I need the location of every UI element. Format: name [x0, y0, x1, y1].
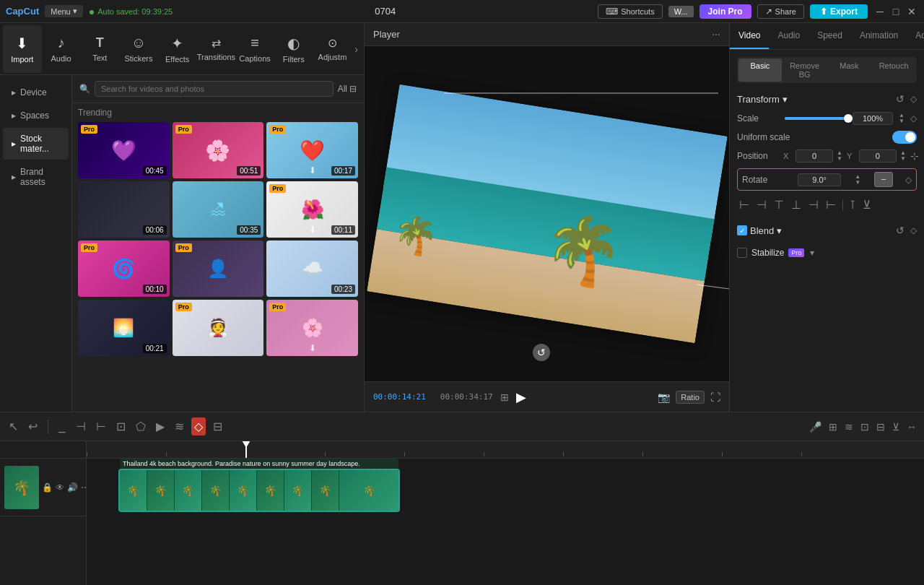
- blend-keyframe[interactable]: ◇: [910, 223, 917, 238]
- close-button[interactable]: ✕: [905, 5, 918, 18]
- tab-audio[interactable]: Audio: [769, 23, 808, 49]
- align-top[interactable]: ⊥: [789, 196, 803, 213]
- media-thumb-11[interactable]: 🌸 Pro ⬇: [266, 300, 358, 356]
- export-button[interactable]: ⬆ Export: [810, 4, 868, 19]
- fullscreen-button[interactable]: ⛶: [710, 391, 720, 403]
- search-input[interactable]: [95, 81, 334, 97]
- tl-split-h[interactable]: ⎯: [56, 418, 69, 436]
- media-thumb-1[interactable]: 🌸 Pro 00:51: [173, 122, 264, 178]
- rotate-down[interactable]: ▼: [853, 180, 862, 186]
- player-options[interactable]: ⋯: [712, 30, 720, 40]
- track-visible[interactable]: 👁: [56, 482, 64, 493]
- align-right[interactable]: ⊤: [772, 196, 786, 213]
- media-scroll[interactable]: Trending 💜 Pro 00:45 🌸 Pro 00: [72, 103, 364, 412]
- tl-shape[interactable]: ⬠: [133, 417, 149, 436]
- subtab-mask[interactable]: Mask: [828, 58, 871, 82]
- tool-stickers[interactable]: ☺ Stickers: [119, 25, 158, 73]
- uniform-scale-toggle[interactable]: [892, 131, 917, 144]
- transform-keyframe[interactable]: ◇: [910, 92, 917, 106]
- media-thumb-8[interactable]: ☁️ 00:23: [266, 240, 358, 297]
- tab-animation[interactable]: Animation: [851, 23, 907, 49]
- toolbar-more[interactable]: ›: [352, 40, 361, 58]
- tl-crop2[interactable]: ⊟: [210, 417, 225, 436]
- all-filter-button[interactable]: All ⊟: [338, 84, 357, 94]
- menu-button[interactable]: Menu ▾: [45, 5, 83, 17]
- tl-merge[interactable]: ⊡: [859, 420, 871, 434]
- rotate-minus-button[interactable]: −: [874, 172, 893, 187]
- pos-x-input[interactable]: [796, 150, 833, 162]
- tl-split2[interactable]: ≋: [843, 420, 855, 434]
- position-arrows[interactable]: ⊹: [910, 150, 919, 162]
- pos-y-input[interactable]: [859, 150, 897, 162]
- joinpro-button[interactable]: Join Pro: [699, 4, 751, 19]
- media-thumb-4[interactable]: 🏖 00:35: [173, 181, 264, 238]
- scale-slider[interactable]: [785, 117, 848, 120]
- track-audio[interactable]: 🔊: [67, 482, 78, 493]
- rotate-keyframe[interactable]: ◇: [905, 175, 912, 185]
- stabilize-checkbox[interactable]: [737, 248, 747, 258]
- media-thumb-10[interactable]: 👰 Pro: [173, 300, 264, 356]
- tl-cursor[interactable]: ↖: [6, 417, 21, 436]
- nav-spaces[interactable]: ▸ Spaces: [3, 105, 69, 126]
- tool-effects[interactable]: ✦ Effects: [158, 25, 197, 73]
- transform-arrow[interactable]: ▾: [783, 94, 788, 105]
- tl-split-left[interactable]: ⊣: [73, 417, 89, 436]
- media-thumb-0[interactable]: 💜 Pro 00:45: [78, 122, 170, 178]
- tool-transitions[interactable]: ⇄ Transitions: [197, 25, 236, 73]
- distribute-h[interactable]: ⊺: [847, 196, 858, 213]
- media-thumb-6[interactable]: 🌀 Pro 00:10: [78, 240, 170, 297]
- subtab-removebg[interactable]: Remove BG: [783, 58, 827, 82]
- share-button[interactable]: ↗ Share: [757, 4, 804, 19]
- workspace-button[interactable]: W...: [668, 6, 694, 17]
- tl-play[interactable]: ▶: [153, 417, 167, 436]
- tl-remove[interactable]: ⊟: [875, 420, 886, 434]
- rotate-input[interactable]: [798, 173, 841, 186]
- pos-y-down[interactable]: ▼: [899, 156, 907, 162]
- track-lock[interactable]: 🔒: [42, 482, 53, 493]
- subtab-basic[interactable]: Basic: [738, 58, 782, 82]
- snapshot-button[interactable]: 📷: [658, 391, 670, 403]
- align-left[interactable]: ⊢: [737, 196, 751, 213]
- tab-adjust[interactable]: Adju: [907, 23, 924, 49]
- align-center-h[interactable]: ⊣: [754, 196, 769, 213]
- tl-crop[interactable]: ⊡: [113, 417, 128, 436]
- tab-speed[interactable]: Speed: [808, 23, 851, 49]
- media-thumb-5[interactable]: 🌺 Pro 00:11 ⬇: [266, 181, 358, 238]
- video-track[interactable]: Thailand 4k beach background. Paradise n…: [118, 469, 400, 512]
- tool-text[interactable]: T Text: [80, 25, 119, 73]
- rotate-handle[interactable]: ↺: [533, 344, 550, 361]
- tl-keyframe[interactable]: ◇: [191, 417, 206, 436]
- shortcuts-button[interactable]: ⌨ Shortcuts: [598, 4, 662, 19]
- scale-input[interactable]: [853, 112, 893, 125]
- media-thumb-7[interactable]: 👤 Pro: [173, 240, 264, 297]
- tool-adjust[interactable]: ⊙ Adjustm: [313, 25, 352, 73]
- align-bottom[interactable]: ⊢: [824, 196, 838, 213]
- tool-filters[interactable]: ◐ Filters: [274, 25, 313, 73]
- tool-import[interactable]: ⬇ Import: [3, 25, 42, 73]
- chapters-icon[interactable]: ⊞: [500, 391, 509, 403]
- tool-audio[interactable]: ♪ Audio: [42, 25, 81, 73]
- nav-brand[interactable]: ▸ Brand assets: [3, 161, 69, 193]
- blend-arrow[interactable]: ▾: [777, 225, 782, 236]
- nav-device[interactable]: ▸ Device: [3, 82, 69, 103]
- tab-video[interactable]: Video: [730, 23, 769, 49]
- media-thumb-9[interactable]: 🌅 00:21: [78, 300, 170, 356]
- media-thumb-2[interactable]: ❤️ Pro 00:17 ⬇: [266, 122, 358, 178]
- tl-speed2[interactable]: ⊻: [891, 420, 901, 434]
- tl-split-right[interactable]: ⊢: [93, 417, 109, 436]
- pos-x-down[interactable]: ▼: [835, 156, 844, 162]
- minimize-button[interactable]: ─: [873, 5, 886, 18]
- scale-down[interactable]: ▼: [897, 118, 906, 124]
- blend-checkbox[interactable]: ✓: [737, 225, 747, 235]
- transform-reset[interactable]: ↺: [894, 92, 906, 106]
- blend-reset[interactable]: ↺: [894, 223, 906, 238]
- tl-add-track[interactable]: ⊞: [827, 420, 839, 434]
- play-button[interactable]: ▶: [516, 389, 526, 405]
- nav-stock[interactable]: ▸ Stock mater...: [3, 128, 69, 160]
- maximize-button[interactable]: □: [889, 5, 902, 18]
- tool-captions[interactable]: ≡ Captions: [235, 25, 274, 73]
- tl-undo[interactable]: ↩: [25, 417, 40, 436]
- media-thumb-3[interactable]: 00:06: [78, 181, 170, 238]
- align-center-v[interactable]: ⊣: [806, 196, 821, 213]
- distribute-v[interactable]: ⊻: [860, 196, 873, 213]
